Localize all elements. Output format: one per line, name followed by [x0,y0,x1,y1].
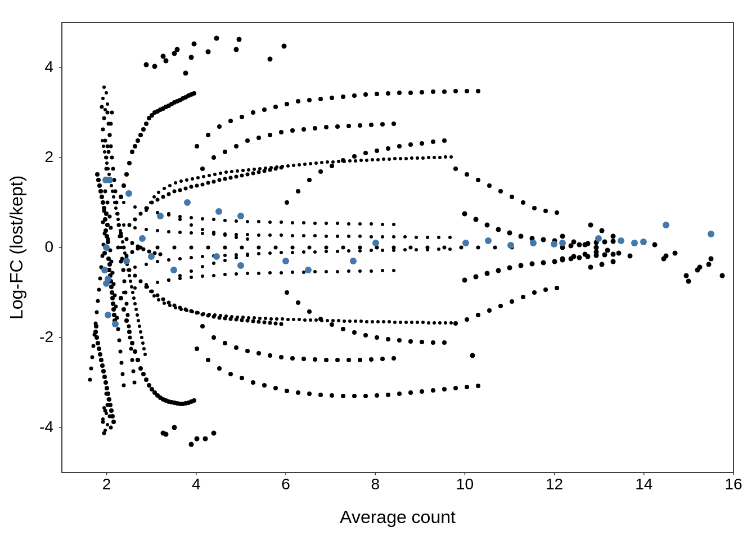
svg-point-144 [120,361,124,365]
svg-point-617 [141,341,145,345]
svg-point-359 [285,200,289,205]
svg-point-449 [600,262,605,267]
svg-point-767 [507,266,512,271]
svg-point-269 [307,98,312,102]
svg-point-683 [168,304,172,307]
svg-point-735 [105,91,108,94]
svg-point-286 [206,358,210,362]
svg-point-455 [706,262,712,267]
svg-point-602 [111,190,114,193]
svg-point-709 [314,318,318,322]
svg-point-311 [200,166,205,171]
svg-point-301 [375,393,379,398]
svg-point-217 [106,403,110,407]
svg-point-408 [108,133,112,137]
svg-point-822 [595,235,602,242]
svg-point-748 [282,44,287,49]
svg-point-317 [268,133,272,137]
svg-point-150 [133,218,137,222]
svg-point-738 [104,108,107,111]
svg-point-823 [618,237,624,244]
svg-point-121 [103,232,107,236]
svg-point-594 [115,212,119,215]
svg-point-330 [212,335,216,340]
svg-point-665 [382,158,385,161]
svg-point-337 [290,356,295,361]
svg-point-447 [611,234,616,239]
svg-point-276 [386,91,390,96]
svg-point-251 [142,248,146,251]
svg-point-416 [476,178,480,182]
svg-point-88 [124,318,129,323]
svg-point-706 [298,318,301,321]
svg-point-319 [290,128,295,133]
svg-point-691 [213,313,217,317]
svg-point-544 [246,220,249,223]
svg-point-204 [280,322,284,326]
svg-point-785 [611,252,616,257]
svg-point-453 [684,273,689,278]
svg-point-510 [381,235,384,238]
svg-point-808 [215,208,222,215]
x-tick-10: 10 [456,475,474,493]
svg-point-719 [371,320,374,323]
svg-point-445 [588,223,593,228]
x-axis: 2 4 6 8 10 12 14 16 [102,472,742,493]
svg-point-499 [257,233,260,237]
svg-point-645 [269,166,273,169]
svg-point-806 [170,267,177,273]
svg-point-677 [449,155,453,159]
svg-point-415 [465,172,469,177]
svg-point-459 [145,263,148,266]
svg-point-569 [246,272,249,275]
svg-point-231 [257,246,261,250]
svg-point-813 [305,267,312,273]
svg-point-272 [341,94,345,99]
svg-point-571 [268,271,272,274]
svg-point-254 [159,253,163,256]
svg-point-252 [147,250,151,254]
svg-point-621 [143,353,147,356]
svg-point-385 [408,339,413,344]
svg-point-61 [124,172,129,177]
svg-point-631 [191,177,194,181]
svg-point-402 [111,167,115,171]
svg-point-154 [156,198,160,202]
svg-point-289 [240,376,244,380]
svg-point-374 [285,290,289,295]
svg-point-628 [174,181,177,184]
svg-point-266 [273,105,278,109]
svg-point-487 [122,223,125,227]
svg-point-695 [236,316,239,319]
svg-point-466 [223,254,227,257]
svg-point-51 [104,380,108,385]
svg-point-564 [190,276,193,279]
svg-point-797 [105,276,111,282]
svg-point-498 [246,233,249,236]
svg-point-433 [555,286,559,290]
svg-point-604 [110,184,113,187]
svg-point-809 [213,253,220,260]
svg-point-429 [510,299,514,304]
svg-point-240 [409,246,413,250]
plot-area [62,22,734,472]
svg-point-406 [109,145,113,148]
svg-point-618 [102,145,105,148]
y-tick-2: 2 [44,148,53,165]
svg-point-362 [318,169,323,174]
svg-point-386 [420,340,424,344]
svg-point-513 [415,236,418,239]
svg-point-225 [156,246,160,250]
svg-point-817 [485,237,492,244]
svg-point-354 [206,50,211,55]
svg-point-52 [105,386,109,390]
svg-point-267 [285,102,289,106]
svg-point-698 [253,316,256,320]
svg-point-488 [133,226,137,230]
svg-point-297 [330,393,334,398]
svg-point-31 [100,195,104,199]
svg-point-647 [281,165,284,168]
svg-point-556 [381,223,384,226]
y-tick-0: 0 [44,238,53,255]
svg-point-473 [302,250,305,254]
